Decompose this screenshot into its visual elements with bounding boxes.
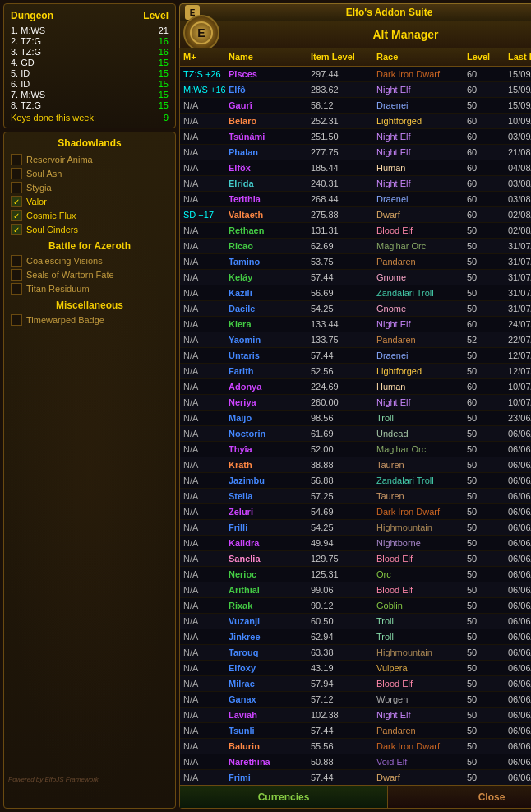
level-header: Level [143,10,169,21]
cell-lastplayed: 10/09/2022 [505,114,531,128]
cell-race: Draenei [373,99,464,112]
cell-mplus: N/A [180,474,225,487]
cell-mplus: N/A [180,146,225,159]
stygia-row[interactable]: Stygia [11,182,169,193]
cell-ilvl: 54.25 [307,302,373,315]
cell-race: Human [373,380,464,393]
soul-cinders-row[interactable]: Soul Cinders [11,224,169,235]
cell-ilvl: 62.69 [307,239,373,253]
cell-ilvl: 98.56 [307,411,373,425]
cell-ilvl: 55.56 [307,740,373,753]
cell-race: Nightborne [373,536,464,550]
cell-mplus: N/A [180,302,225,315]
cell-level: 50 [464,427,505,440]
cosmic-flux-row[interactable]: Cosmic Flux [11,210,169,221]
stygia-checkbox[interactable] [11,182,22,193]
dungeon-name-1: 1. M:WS [11,26,45,35]
titan-residuum-row[interactable]: Titan Residuum [11,283,169,295]
valor-checkbox[interactable] [11,196,22,207]
cell-level: 60 [464,396,505,409]
cell-ilvl: 268.44 [307,193,373,206]
cell-level: 50 [464,677,505,690]
cell-race: Goblin [373,599,464,612]
table-row: SD +17 Valtaeth 275.88 Dwarf 60 02/08/20… [180,207,531,223]
cell-lastplayed: 03/08/2022 [505,193,531,206]
cell-lastplayed: 06/06/2022 [505,661,531,675]
cell-race: Night Elf [373,177,464,190]
reservoir-anima-row[interactable]: Reservoir Anima [11,154,169,165]
cell-ilvl: 57.44 [307,724,373,737]
cell-ilvl: 260.00 [307,396,373,409]
cell-level: 50 [464,646,505,659]
bottom-bar: Currencies Close [179,786,531,809]
table-row: N/A Tarouq 63.38 Highmountain 50 06/06/2… [180,645,531,661]
cell-mplus: TZ:S +26 [180,67,225,81]
seals-checkbox[interactable] [11,269,22,281]
table-row: N/A Gaurî 56.12 Draenei 50 15/09/2022 × [180,98,531,114]
cell-lastplayed: 06/06/2022 [505,583,531,596]
table-row: N/A Elrida 240.31 Night Elf 60 03/08/202… [180,176,531,192]
cell-mplus: N/A [180,771,225,784]
currencies-button[interactable]: Currencies [180,786,388,808]
table-row: N/A Jazimbu 56.88 Zandalari Troll 50 06/… [180,473,531,489]
table-row: N/A Untaris 57.44 Draenei 50 12/07/2022 … [180,348,531,364]
coalescing-visions-checkbox[interactable] [11,255,22,267]
cell-mplus: N/A [180,333,225,346]
cell-name: Narethina [225,755,307,768]
cell-mplus: N/A [180,380,225,393]
timewarped-badge-row[interactable]: Timewarped Badge [11,314,169,326]
timewarped-badge-checkbox[interactable] [11,314,22,326]
cell-race: Night Elf [373,318,464,331]
cell-lastplayed: 06/06/2022 [505,568,531,581]
cell-lastplayed: 31/07/2022 [505,255,531,268]
seals-row[interactable]: Seals of Wartorn Fate [11,269,169,281]
cell-lastplayed: 15/09/2022 [505,83,531,96]
coalescing-visions-label: Coalescing Visions [26,256,103,266]
alt-table-container[interactable]: M+ Name Item Level Race Level Last Playe… [179,48,531,786]
table-row: N/A Rixak 90.12 Goblin 50 06/06/2022 × [180,598,531,614]
cell-ilvl: 62.94 [307,630,373,643]
soul-ash-row[interactable]: Soul Ash [11,168,169,179]
cell-ilvl: 90.12 [307,599,373,612]
cell-race: Tauren [373,458,464,471]
cell-level: 50 [464,505,505,518]
reservoir-anima-checkbox[interactable] [11,154,22,165]
cell-lastplayed: 12/07/2022 [505,349,531,362]
titan-residuum-label: Titan Residuum [26,284,90,294]
table-body: TZ:S +26 Pîsces 297.44 Dark Iron Dwarf 6… [180,67,531,786]
coalescing-visions-row[interactable]: Coalescing Visions [11,255,169,267]
cell-lastplayed: 06/06/2022 [505,646,531,659]
cosmic-flux-label: Cosmic Flux [26,211,76,220]
cell-mplus: N/A [180,411,225,425]
cell-level: 60 [464,83,505,96]
alt-manager-title: Alt Manager [221,28,531,41]
dungeon-level-6: 15 [159,79,169,89]
titan-residuum-checkbox[interactable] [11,283,22,295]
dungeon-row-8: 8. TZ:G 15 [11,100,169,110]
cell-name: Rethaen [225,224,307,237]
soul-ash-checkbox[interactable] [11,168,22,179]
table-row: TZ:S +26 Pîsces 297.44 Dark Iron Dwarf 6… [180,67,531,82]
valor-row[interactable]: Valor [11,196,169,207]
close-main-button[interactable]: Close [388,786,531,808]
cell-race: Night Elf [373,130,464,143]
cell-lastplayed: 24/07/2022 [505,318,531,331]
soul-cinders-checkbox[interactable] [11,224,22,235]
cosmic-flux-checkbox[interactable] [11,210,22,221]
cell-lastplayed: 06/06/2022 [505,536,531,550]
addon-logo-circle: E [183,15,219,51]
cell-name: Laviah [225,708,307,722]
cell-race: Orc [373,568,464,581]
cell-name: Thyîa [225,443,307,456]
cell-race: Blood Elf [373,583,464,596]
cell-ilvl: 49.94 [307,536,373,550]
table-row: N/A Sanelia 129.75 Blood Elf 50 06/06/20… [180,551,531,567]
cell-race: Night Elf [373,146,464,159]
cell-ilvl: 57.44 [307,771,373,784]
table-row: N/A Balurin 55.56 Dark Iron Dwarf 50 06/… [180,739,531,754]
cell-name: Tamino [225,255,307,268]
cell-name: Belaro [225,114,307,128]
cell-name: Phalan [225,146,307,159]
cell-mplus: N/A [180,583,225,596]
dungeon-name-7: 7. M:WS [11,90,45,100]
